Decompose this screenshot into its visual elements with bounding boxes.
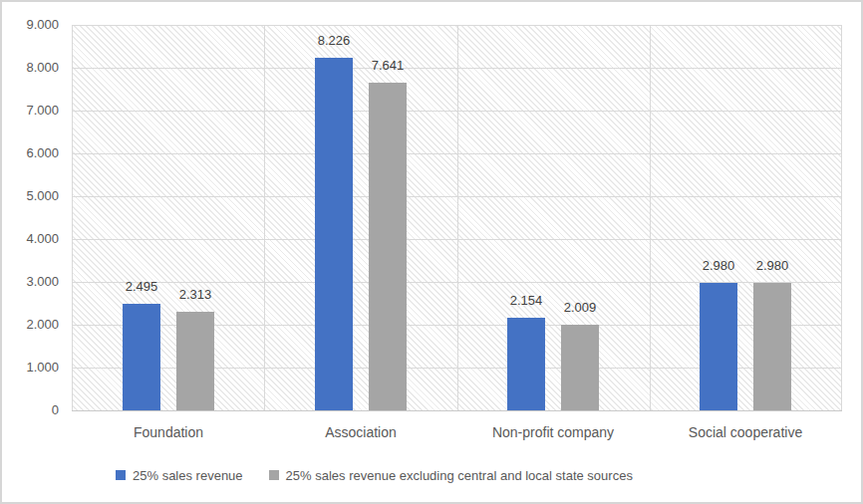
bar-series2-association (369, 83, 407, 410)
vertical-gridline (841, 25, 842, 410)
vertical-gridline (72, 25, 73, 410)
y-axis-tick-label: 4.000 (10, 231, 59, 247)
vertical-gridline (650, 25, 651, 410)
y-axis-tick-label: 1.000 (10, 360, 59, 376)
x-axis-line (72, 410, 842, 411)
legend-item: 25% sales revenue (116, 468, 243, 483)
y-axis-tick-label: 9.000 (10, 17, 59, 33)
bar-chart: 2.4952.3138.2267.6412.1542.0092.9802.980… (0, 0, 863, 504)
y-axis-tick-label: 3.000 (10, 274, 59, 290)
y-axis-tick-label: 6.000 (10, 145, 59, 161)
y-axis-tick-label: 0 (10, 402, 59, 418)
y-axis-tick-label: 5.000 (10, 188, 59, 204)
bar-series1-foundation (123, 304, 160, 410)
vertical-gridline (264, 25, 265, 410)
bar-series2-non-profit-company (561, 325, 599, 410)
legend-label: 25% sales revenue excluding central and … (286, 468, 633, 483)
legend-swatch-icon (116, 470, 126, 480)
data-label: 2.154 (510, 293, 543, 309)
legend-swatch-icon (269, 470, 279, 480)
x-axis-category-label: Foundation (134, 423, 203, 441)
bar-series1-social-cooperative (700, 283, 737, 410)
legend-label: 25% sales revenue (133, 468, 243, 483)
data-label: 2.495 (126, 279, 158, 295)
bar-series1-non-profit-company (507, 318, 545, 410)
data-label: 8.226 (318, 33, 351, 49)
x-axis-category-label: Association (325, 423, 397, 441)
data-label: 2.009 (564, 300, 597, 316)
y-axis-tick-label: 7.000 (10, 103, 59, 119)
data-label: 2.980 (703, 258, 735, 274)
x-axis-category-label: Non-profit company (492, 423, 614, 441)
bar-series2-foundation (176, 312, 214, 410)
data-label: 2.313 (179, 287, 212, 303)
bar-series2-social-cooperative (753, 283, 791, 410)
legend: 25% sales revenue25% sales revenue exclu… (116, 466, 633, 484)
vertical-gridline (457, 25, 458, 410)
data-label: 2.980 (756, 258, 789, 274)
legend-item: 25% sales revenue excluding central and … (269, 468, 633, 483)
y-axis-tick-label: 8.000 (10, 60, 59, 76)
data-label: 7.641 (372, 58, 405, 74)
plot-area: 2.4952.3138.2267.6412.1542.0092.9802.980 (72, 25, 842, 410)
y-axis-tick-label: 2.000 (10, 317, 59, 333)
bar-series1-association (315, 58, 353, 410)
x-axis-category-label: Social cooperative (689, 423, 802, 441)
